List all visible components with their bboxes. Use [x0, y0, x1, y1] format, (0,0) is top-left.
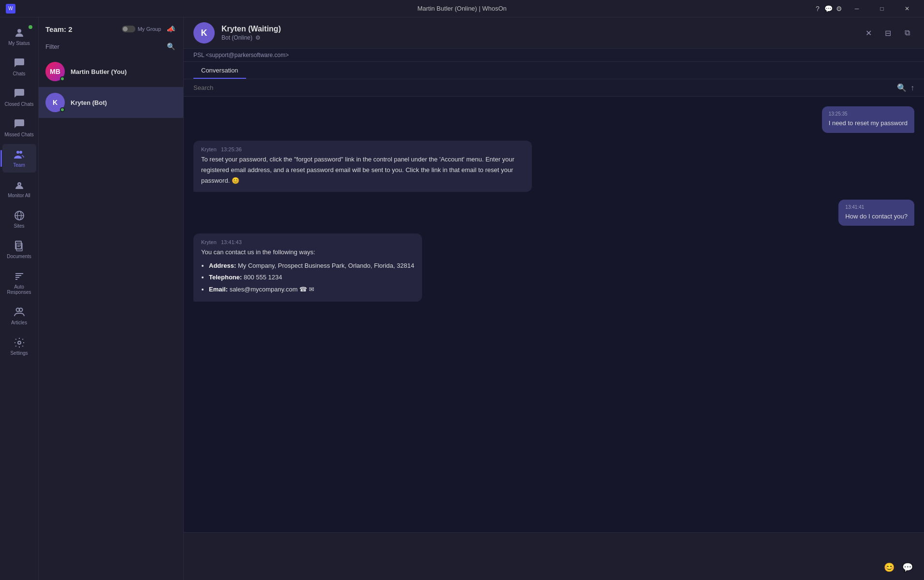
search-input[interactable]	[193, 84, 897, 91]
sidebar-label-closed-chats: Closed Chats	[4, 102, 33, 107]
minimize-button[interactable]: ─	[846, 0, 868, 17]
notifications-icon[interactable]: 💬	[824, 5, 832, 13]
filter-search-icon[interactable]: 🔍	[165, 41, 176, 52]
chat-header-name: Kryten (Waiting)	[221, 25, 861, 33]
emoji-button[interactable]: 😊	[882, 561, 896, 574]
chat-item-info-martin: Martin Butler (You)	[71, 68, 176, 75]
broadcast-icon[interactable]: 📣	[165, 23, 176, 35]
header-actions: My Group 📣	[122, 23, 176, 35]
sidebar-label-chats: Chats	[13, 71, 25, 76]
sender-name-2: Kryten	[201, 146, 217, 152]
avatar-martin: MB	[45, 62, 65, 81]
auto-responses-icon	[14, 271, 25, 282]
message-3: 13:41:41 How do I contact you?	[193, 200, 914, 226]
sidebar-label-articles: Articles	[11, 320, 27, 325]
main-layout: My Status Chats Closed Chats ! Missed Ch…	[0, 17, 924, 580]
msg-text-4: You can contact us in the following ways…	[201, 247, 414, 294]
app-icon: W	[6, 4, 15, 14]
missed-chat-icon: !	[14, 118, 25, 130]
save-chat-button[interactable]: ⊟	[880, 26, 895, 40]
sidebar-item-articles[interactable]: Articles	[2, 302, 36, 330]
chat-panel: Team: 2 My Group 📣 Filter 🔍 MB M	[39, 17, 184, 580]
sidebar-item-sites[interactable]: Sites	[2, 205, 36, 233]
chat-header-actions: ✕ ⊟ ⧉	[861, 26, 914, 40]
sidebar-item-settings[interactable]: Settings	[2, 332, 36, 361]
person-icon	[14, 27, 25, 39]
settings-icon[interactable]: ⚙	[835, 5, 843, 13]
sidebar-item-auto-responses[interactable]: Auto Responses	[2, 266, 36, 300]
svg-point-4	[16, 151, 19, 154]
sidebar-label-my-status: My Status	[8, 41, 29, 46]
svg-point-7	[18, 184, 20, 185]
title-bar-title: Martin Butler (Online) | WhosOn	[417, 5, 507, 12]
sidebar-item-my-status[interactable]: My Status	[2, 22, 36, 51]
tab-bar: Conversation	[184, 62, 924, 79]
input-area: 😊 💬	[184, 532, 924, 580]
sidebar-label-monitor-all: Monitor All	[8, 193, 30, 198]
search-submit-icon[interactable]: 🔍	[897, 83, 907, 92]
svg-text:!: !	[18, 121, 20, 126]
sidebar-item-team[interactable]: Team	[2, 144, 36, 173]
filter-label: Filter	[45, 43, 165, 50]
sidebar-label-documents: Documents	[7, 254, 31, 259]
msg-sender-4: Kryten 13:41:43	[201, 239, 414, 245]
svg-point-21	[18, 341, 21, 344]
chat-list-item-martin[interactable]: MB Martin Butler (You)	[39, 56, 183, 87]
chat-list: MB Martin Butler (You) K Kryten (Bot)	[39, 56, 183, 580]
articles-icon	[14, 306, 25, 318]
chat-header: K Kryten (Waiting) Bot (Online) ⚙ ✕ ⊟ ⧉	[184, 17, 924, 49]
my-status-online-dot	[29, 25, 32, 29]
msg-time-4: 13:41:43	[221, 239, 242, 245]
search-bar: 🔍 ↑	[184, 79, 924, 97]
sidebar-item-monitor-all[interactable]: Monitor All	[2, 174, 36, 203]
my-group-toggle[interactable]	[122, 26, 135, 32]
team-icon	[14, 149, 25, 160]
sidebar-label-auto-responses: Auto Responses	[4, 284, 34, 295]
quick-response-button[interactable]: 💬	[901, 561, 914, 574]
online-dot-martin	[60, 76, 65, 81]
tab-conversation-label: Conversation	[201, 67, 238, 74]
settings-small-icon: ⚙	[255, 34, 261, 41]
title-bar: W Martin Butler (Online) | WhosOn ? 💬 ⚙ …	[0, 0, 924, 17]
copy-chat-button[interactable]: ⧉	[900, 26, 914, 40]
sort-button[interactable]: ↑	[910, 84, 914, 92]
close-chat-button[interactable]: ✕	[861, 26, 876, 40]
avatar-kryten: K	[45, 93, 65, 112]
chat-item-name-kryten: Kryten (Bot)	[71, 99, 176, 106]
chat-header-info: Kryten (Waiting) Bot (Online) ⚙	[221, 25, 861, 41]
team-title: Team: 2	[45, 25, 73, 33]
bubble-incoming-2: Kryten 13:25:36 To reset your password, …	[193, 141, 532, 192]
bubble-incoming-4: Kryten 13:41:43 You can contact us in th…	[193, 233, 422, 301]
msg-time-1: 13:25:35	[829, 111, 908, 116]
chat-list-item-kryten[interactable]: K Kryten (Bot)	[39, 87, 183, 118]
msg-text-2: To reset your password, click the "forgo…	[201, 154, 524, 186]
bubble-outgoing-3: 13:41:41 How do I contact you?	[838, 200, 914, 226]
sidebar-item-chats[interactable]: Chats	[2, 53, 36, 81]
msg-time-2: 13:25:36	[221, 146, 242, 152]
sidebar-label-sites: Sites	[14, 223, 24, 229]
help-icon[interactable]: ?	[814, 5, 821, 13]
chat-header-status: Bot (Online) ⚙	[221, 34, 861, 41]
tab-conversation[interactable]: Conversation	[193, 62, 246, 79]
filter-row: Filter 🔍	[39, 39, 183, 56]
message-4: Kryten 13:41:43 You can contact us in th…	[193, 233, 914, 301]
message-input[interactable]	[193, 538, 914, 558]
chat-item-name-martin: Martin Butler (You)	[71, 68, 176, 75]
closed-chat-icon	[14, 88, 25, 100]
online-dot-kryten	[60, 107, 65, 112]
sidebar-item-closed-chats[interactable]: Closed Chats	[2, 83, 36, 112]
monitor-icon	[14, 179, 25, 191]
title-bar-controls: ? 💬 ⚙ ─ □ ✕	[814, 0, 918, 17]
globe-icon	[14, 210, 25, 221]
title-bar-left: W	[6, 4, 15, 14]
sidebar-item-documents[interactable]: Documents	[2, 235, 36, 264]
msg-time-3: 13:41:41	[845, 204, 908, 210]
close-button[interactable]: ✕	[896, 0, 918, 17]
msg-text-3: How do I contact you?	[845, 212, 908, 221]
maximize-button[interactable]: □	[871, 0, 893, 17]
message-2: Kryten 13:25:36 To reset your password, …	[193, 141, 914, 192]
email-address: PSL <support@parkersoftware.com>	[193, 52, 289, 58]
my-group-badge: My Group	[122, 26, 161, 32]
msg-text-1: I need to reset my password	[829, 118, 908, 128]
sidebar-item-missed-chats[interactable]: ! Missed Chats	[2, 114, 36, 142]
